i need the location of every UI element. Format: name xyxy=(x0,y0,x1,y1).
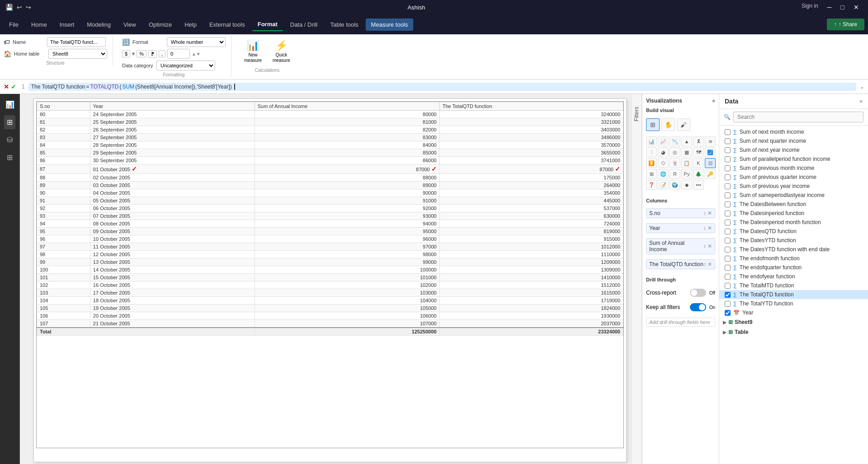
viz-column-totalqtd[interactable]: The TotalQTD function ↕ ✕ xyxy=(646,259,715,269)
data-item-checkbox[interactable] xyxy=(725,220,731,225)
table-row[interactable]: 10721 October 20051070002037000 xyxy=(37,320,623,328)
data-list-item[interactable]: ∑The Datesinperiod function xyxy=(719,209,868,218)
ribbon-comma2-button[interactable]: , xyxy=(159,50,165,57)
viz-gauge-icon[interactable]: ⏲ xyxy=(658,158,669,168)
sidebar-report-icon[interactable]: 📊 xyxy=(3,98,17,112)
ribbon-data-category-select[interactable]: Uncategorized xyxy=(156,61,215,70)
viz-column-year[interactable]: Year ↕ ✕ xyxy=(646,223,715,233)
close-button[interactable]: ✕ xyxy=(850,3,863,12)
table-row[interactable]: 10115 October 20051010001410000 xyxy=(37,274,623,281)
viz-card-icon[interactable]: 🃏 xyxy=(670,158,680,168)
formula-editor[interactable]: The TotalQTD function = TOTALQTD ( SUM (… xyxy=(28,83,856,91)
data-list-item[interactable]: ∑The TotalMTD function xyxy=(719,281,868,290)
table-row[interactable]: 9711 October 2005970001012000 xyxy=(37,243,623,251)
menu-help[interactable]: Help xyxy=(179,19,202,31)
viz-r-visual-icon[interactable]: R xyxy=(670,169,680,179)
menu-file[interactable]: File xyxy=(4,19,24,31)
viz-funnel-icon[interactable]: ⏬ xyxy=(646,158,657,168)
sidebar-dax-icon[interactable]: ⊞ xyxy=(4,150,15,164)
table-row[interactable]: 10418 October 20051040001719000 xyxy=(37,297,623,305)
data-item-checkbox[interactable] xyxy=(725,310,731,316)
viz-drill-add-field[interactable]: Add drill-through fields here xyxy=(646,318,715,327)
viz-line-chart-icon[interactable]: 📉 xyxy=(670,136,680,146)
table-row[interactable]: 8125 September 2005810003321000 xyxy=(37,118,623,126)
ribbon-decimal-input[interactable] xyxy=(167,49,190,59)
ribbon-new-measure-button[interactable]: 📊 Newmeasure xyxy=(241,38,265,65)
sidebar-model-icon[interactable]: ⛁ xyxy=(4,133,15,147)
viz-treemap-icon[interactable]: ▦ xyxy=(681,147,692,157)
viz-col-year-sort[interactable]: ↕ xyxy=(703,225,706,231)
data-item-checkbox[interactable] xyxy=(725,183,731,189)
viz-ribbon-chart-icon[interactable]: 🎗 xyxy=(693,136,704,146)
viz-map-icon[interactable]: 🗺 xyxy=(693,147,704,157)
data-list-item[interactable]: ∑The TotalYTD function xyxy=(719,299,868,308)
viz-column-income[interactable]: Sum of Annual Income ↕ ✕ xyxy=(646,238,715,254)
data-list-item[interactable]: ∑The Datesinperiod month function xyxy=(719,218,868,227)
ribbon-home-table-select[interactable]: Sheet8 xyxy=(48,49,107,59)
data-item-checkbox[interactable] xyxy=(725,274,731,280)
data-item-checkbox[interactable] xyxy=(725,256,731,262)
menu-format[interactable]: Format xyxy=(252,18,283,31)
data-list-item[interactable]: ∑Sum of previous month income xyxy=(719,164,868,173)
table-row[interactable]: 9509 October 200595000819000 xyxy=(37,228,623,235)
restore-button[interactable]: □ xyxy=(837,3,848,12)
undo-icon[interactable]: ↩ xyxy=(17,4,22,11)
table-row[interactable]: 10620 October 20051060001930000 xyxy=(37,312,623,320)
menu-modeling[interactable]: Modeling xyxy=(81,19,116,31)
viz-globe-icon[interactable]: 🌍 xyxy=(670,180,680,190)
data-item-checkbox[interactable] xyxy=(725,129,731,135)
viz-qna-icon[interactable]: ❓ xyxy=(646,180,657,190)
viz-multirow-card-icon[interactable]: 📋 xyxy=(681,158,692,168)
table-row[interactable]: 8903 October 200589000264000 xyxy=(37,182,623,189)
minimize-button[interactable]: ─ xyxy=(824,3,835,12)
viz-waterfall-icon[interactable]: ≋ xyxy=(705,136,716,146)
data-item-checkbox[interactable] xyxy=(725,247,731,253)
menu-external-tools[interactable]: External tools xyxy=(204,19,250,31)
menu-optimize[interactable]: Optimize xyxy=(143,19,177,31)
viz-keep-filters-toggle[interactable] xyxy=(690,303,706,311)
save-icon[interactable]: 💾 xyxy=(5,4,13,11)
data-list-item[interactable]: ∑The DatesYTD function xyxy=(719,236,868,245)
redo-icon[interactable]: ↪ xyxy=(26,4,31,11)
menu-measure-tools[interactable]: Measure tools xyxy=(366,19,414,31)
table-row[interactable]: 9610 October 200596000915000 xyxy=(37,235,623,243)
data-list-item[interactable]: ∑Sum of previous quarter income xyxy=(719,173,868,182)
data-list-item[interactable]: ∑Sum of next quarter income xyxy=(719,136,868,145)
viz-bar-chart-icon[interactable]: 📊 xyxy=(646,136,657,146)
table-row[interactable]: 9913 October 2005990001209000 xyxy=(37,258,623,266)
ribbon-format-select[interactable]: Whole number xyxy=(167,37,226,47)
menu-table-tools[interactable]: Table tools xyxy=(325,19,363,31)
table-row[interactable]: 9408 October 200594000724000 xyxy=(37,220,623,228)
viz-shape-icon[interactable]: ◆ xyxy=(681,180,692,190)
data-list-item[interactable]: ∑Sum of next month income xyxy=(719,127,868,136)
viz-col-sno-sort[interactable]: ↕ xyxy=(703,210,706,216)
table-row[interactable]: 9105 October 200591000445000 xyxy=(37,197,623,205)
viz-cross-report-toggle[interactable] xyxy=(690,289,706,297)
table-row[interactable]: 9812 October 2005980001110000 xyxy=(37,251,623,258)
viz-decomp-tree-icon[interactable]: 🌲 xyxy=(693,169,704,179)
ribbon-percent-button[interactable]: % xyxy=(137,50,146,57)
table-row[interactable]: 9206 October 200592000537000 xyxy=(37,205,623,212)
table-row[interactable]: 10519 October 20051050001824000 xyxy=(37,305,623,312)
data-list-item[interactable]: ∑The endofyear function xyxy=(719,272,868,281)
viz-key-influencers-icon[interactable]: 🔑 xyxy=(705,169,716,179)
data-item-checkbox[interactable] xyxy=(725,238,731,244)
data-list-item[interactable]: ∑The DatesQTD function xyxy=(719,227,868,236)
table-row[interactable]: 8428 September 2005840003570000 xyxy=(37,141,623,149)
table-row[interactable]: 9004 October 200590000354000 xyxy=(37,189,623,197)
ribbon-quick-measure-button[interactable]: ⚡ Quickmeasure xyxy=(269,38,294,65)
data-group-item[interactable]: ▶⊞Table xyxy=(719,327,868,337)
formula-expand-icon[interactable]: ⌄ xyxy=(860,84,864,90)
menu-insert[interactable]: Insert xyxy=(54,19,80,31)
table-row[interactable]: 8226 September 2005820003403000 xyxy=(37,126,623,134)
table-row[interactable]: 10317 October 20051030001615000 xyxy=(37,289,623,297)
data-list-item[interactable]: ∑The DatesBetween function xyxy=(719,200,868,209)
menu-data-drill[interactable]: Data / Drill xyxy=(285,19,323,31)
data-search-input[interactable] xyxy=(733,112,863,122)
filters-panel[interactable]: Filters xyxy=(631,94,642,464)
viz-column-chart-icon[interactable]: 📈 xyxy=(658,136,669,146)
data-list-item[interactable]: ∑The DatesYTD function with end date xyxy=(719,245,868,254)
data-list-item[interactable]: ∑The endofquarter function xyxy=(719,263,868,272)
data-item-checkbox[interactable] xyxy=(725,192,731,198)
viz-kpi-icon[interactable]: K xyxy=(693,158,704,168)
